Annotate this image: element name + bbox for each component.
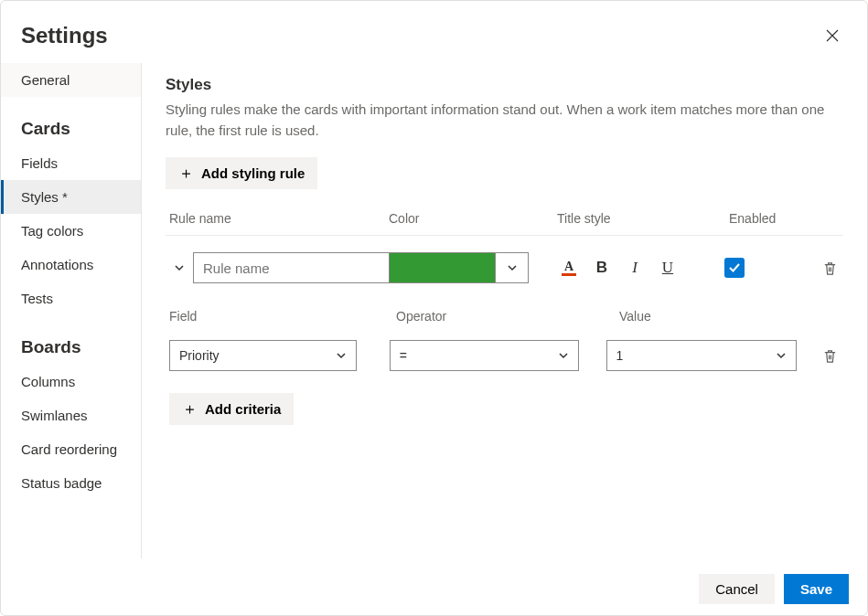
sidebar-item-annotations[interactable]: Annotations — [1, 248, 141, 281]
enabled-checkbox[interactable] — [724, 258, 745, 278]
sidebar-heading-cards: Cards — [1, 97, 141, 146]
operator-dropdown-value: = — [400, 348, 407, 363]
criteria-header-operator: Operator — [396, 309, 619, 324]
sidebar-item-swimlanes[interactable]: Swimlanes — [1, 398, 141, 432]
color-picker[interactable] — [390, 252, 529, 283]
field-dropdown-value: Priority — [179, 348, 220, 363]
operator-dropdown[interactable]: = — [390, 340, 579, 371]
delete-rule-button[interactable] — [816, 260, 843, 276]
criteria-header-field: Field — [169, 309, 396, 324]
sidebar-item-tag-colors[interactable]: Tag colors — [1, 214, 141, 248]
add-styling-rule-label: Add styling rule — [201, 165, 305, 181]
rule-name-input[interactable] — [193, 252, 390, 283]
sidebar-item-fields[interactable]: Fields — [1, 146, 141, 180]
plus-icon: ＋ — [182, 401, 198, 417]
cancel-button[interactable]: Cancel — [699, 574, 775, 604]
sidebar-heading-boards: Boards — [1, 315, 141, 365]
col-header-title-style: Title style — [557, 211, 729, 226]
italic-button[interactable]: I — [624, 257, 646, 279]
col-header-color: Color — [389, 211, 557, 226]
add-styling-rule-button[interactable]: ＋ Add styling rule — [166, 157, 317, 189]
close-icon[interactable] — [823, 27, 841, 45]
font-color-button[interactable]: A — [558, 257, 580, 279]
criteria-header-value: Value — [619, 309, 843, 324]
sidebar-item-card-reordering[interactable]: Card reordering — [1, 432, 141, 466]
value-dropdown-value: 1 — [616, 348, 624, 363]
value-dropdown[interactable]: 1 — [606, 340, 798, 371]
col-header-enabled: Enabled — [729, 211, 843, 226]
underline-button[interactable]: U — [657, 257, 679, 279]
delete-criteria-button[interactable] — [817, 348, 843, 364]
section-description: Styling rules make the cards with import… — [166, 100, 843, 141]
sidebar-item-styles[interactable]: Styles * — [1, 180, 141, 214]
bold-button[interactable]: B — [591, 257, 613, 279]
field-dropdown[interactable]: Priority — [169, 340, 357, 371]
sidebar-item-columns[interactable]: Columns — [1, 365, 141, 398]
add-criteria-button[interactable]: ＋ Add criteria — [169, 393, 294, 425]
criteria-row: Priority = 1 — [166, 340, 843, 371]
dialog-title: Settings — [21, 23, 108, 48]
sidebar-item-tests[interactable]: Tests — [1, 281, 141, 315]
sidebar-item-status-badge[interactable]: Status badge — [1, 466, 141, 500]
sidebar-item-general[interactable]: General — [1, 63, 141, 97]
rule-row: A B I U — [166, 252, 843, 283]
sidebar: General Cards Fields Styles * Tag colors… — [1, 63, 142, 558]
chevron-down-icon — [495, 253, 528, 282]
section-title: Styles — [166, 76, 843, 94]
save-button[interactable]: Save — [784, 574, 849, 604]
color-swatch — [390, 253, 495, 282]
expand-toggle[interactable] — [166, 262, 193, 273]
col-header-name: Rule name — [169, 211, 389, 226]
plus-icon: ＋ — [178, 165, 194, 181]
add-criteria-label: Add criteria — [205, 401, 281, 417]
